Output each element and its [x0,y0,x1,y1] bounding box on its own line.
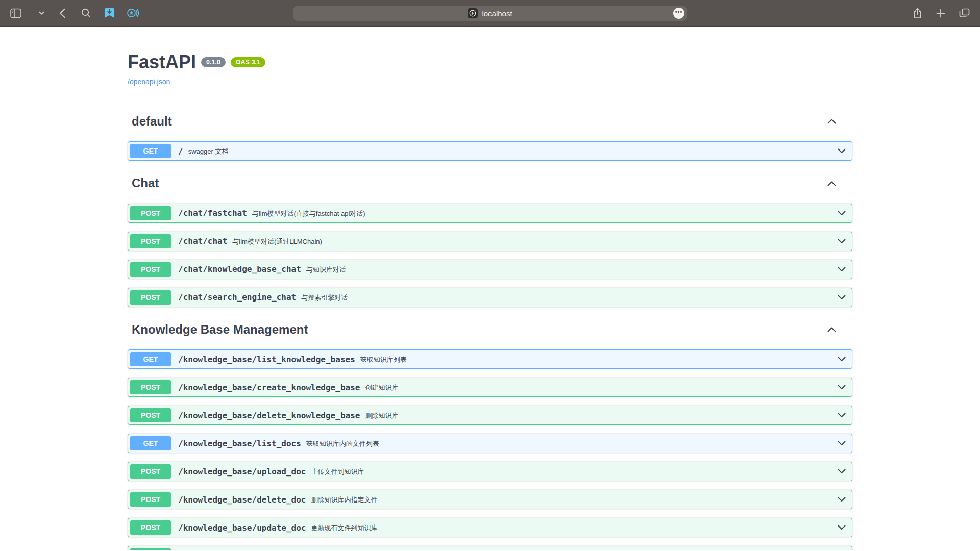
expand-endpoint-icon[interactable] [838,357,846,362]
endpoint-summary: swagger 文档 [188,146,229,156]
endpoint-row[interactable]: POST /knowledge_base/update_doc 更新现有文件到知… [128,518,852,537]
endpoint-summary: 创建知识库 [365,382,398,392]
endpoint-summary: 删除知识库内指定文件 [311,494,377,505]
sidebar-chevron-down-icon[interactable] [37,7,45,20]
extension-bookmark-icon[interactable] [103,7,116,20]
endpoint-path: / [171,146,188,156]
expand-endpoint-icon[interactable] [838,469,846,474]
endpoint-summary: 更新现有文件到知识库 [311,522,377,533]
api-section: Chat POST /chat/fastchat 与llm模型对话(直接与fas… [128,169,852,307]
expand-endpoint-icon[interactable] [838,295,846,300]
endpoint-row[interactable]: POST /knowledge_base/create_knowledge_ba… [128,378,852,397]
endpoint-summary: 与搜索引擎对话 [301,292,348,303]
endpoint-path: /knowledge_base/delete_doc [171,495,311,505]
oas-badge: OAS 3.1 [231,57,265,68]
endpoint-path: /knowledge_base/list_knowledge_bases [171,355,360,364]
endpoint-summary: 与llm模型对话(直接与fastchat api对话) [252,208,365,218]
http-method-badge: POST [130,290,171,305]
http-method-badge: POST [130,234,171,248]
section-title: default [132,115,172,128]
expand-endpoint-icon[interactable] [838,497,846,502]
search-icon[interactable] [79,7,92,20]
http-method-badge: POST [130,206,171,220]
endpoint-summary: 获取知识库列表 [360,354,407,364]
endpoint-path: /knowledge_base/create_knowledge_base [171,383,365,392]
http-method-badge: GET [130,436,171,450]
collapse-section-icon[interactable] [827,327,836,332]
share-icon[interactable] [911,7,924,20]
endpoint-summary: 与知识库对话 [306,264,346,274]
expand-endpoint-icon[interactable] [838,239,846,244]
toolbar-divider [30,9,30,18]
endpoint-path: /knowledge_base/list_docs [171,439,306,448]
api-section: Knowledge Base Management GET /knowledge… [128,316,852,550]
http-method-badge: POST [130,262,171,277]
extension-target-icon[interactable] [126,7,139,20]
http-method-badge: POST [130,464,171,479]
endpoint-summary: 获取知识库内的文件列表 [306,438,379,448]
endpoint-row[interactable]: POST /chat/knowledge_base_chat 与知识库对话 [128,260,852,279]
endpoint-row[interactable]: POST /knowledge_base/upload_doc 上传文件到知识库 [128,462,852,481]
expand-endpoint-icon[interactable] [838,441,846,446]
address-bar[interactable]: localhost ••• [293,6,687,21]
version-badge: 0.1.0 [201,57,226,68]
expand-endpoint-icon[interactable] [838,413,846,418]
endpoint-path: /chat/chat [171,236,232,246]
endpoint-row[interactable]: POST /chat/chat 与llm模型对话(通过LLMChain) [128,232,852,251]
endpoint-path: /knowledge_base/update_doc [171,523,311,533]
expand-endpoint-icon[interactable] [838,148,846,154]
endpoint-row[interactable]: GET /knowledge_base/list_docs 获取知识库内的文件列… [128,434,852,453]
http-method-badge: POST [130,408,171,422]
http-method-badge: POST [130,492,171,507]
api-sections: default GET / swagger 文档 Chat [128,108,852,550]
page-title: FastAPI [128,53,196,71]
endpoint-summary: 上传文件到知识库 [311,466,364,477]
http-method-badge: GET [130,352,171,366]
section-title: Knowledge Base Management [132,323,308,336]
endpoint-path: /knowledge_base/upload_doc [171,467,311,477]
sidebar-icon[interactable] [9,7,22,20]
endpoint-path: /chat/knowledge_base_chat [171,264,306,274]
url-text: localhost [482,9,512,18]
site-favicon-lightning-icon [468,8,478,18]
endpoint-row[interactable]: POST /chat/fastchat 与llm模型对话(直接与fastchat… [128,204,852,223]
expand-endpoint-icon[interactable] [838,525,846,530]
http-method-badge: POST [130,548,171,550]
toolbar-right-group [911,7,971,20]
browser-toolbar: localhost ••• [0,0,980,27]
section-header[interactable]: Chat [128,169,852,198]
endpoint-path: /chat/search_engine_chat [171,292,301,302]
endpoint-row[interactable]: POST /chat/search_engine_chat 与搜索引擎对话 [128,288,852,307]
new-tab-icon[interactable] [934,7,947,20]
http-method-badge: GET [130,144,171,158]
api-section: default GET / swagger 文档 [128,108,852,161]
endpoint-path: /knowledge_base/delete_knowledge_base [171,411,365,420]
expand-endpoint-icon[interactable] [838,267,846,272]
swagger-page: FastAPI 0.1.0 OAS 3.1 /openapi.json defa… [0,27,980,550]
endpoint-row[interactable]: POST /knowledge_base/delete_knowledge_ba… [128,406,852,425]
openapi-spec-link[interactable]: /openapi.json [128,78,170,86]
expand-endpoint-icon[interactable] [838,385,846,390]
section-header[interactable]: Knowledge Base Management [128,316,852,344]
endpoint-summary: 删除知识库 [365,410,398,420]
toolbar-left-group [9,7,139,20]
endpoint-summary: 与llm模型对话(通过LLMChain) [232,236,322,246]
tab-overview-icon[interactable] [958,7,971,20]
collapse-section-icon[interactable] [827,119,836,124]
endpoint-row[interactable]: GET /knowledge_base/list_knowledge_bases… [128,349,852,369]
back-icon[interactable] [56,7,69,20]
endpoint-row[interactable]: GET / swagger 文档 [128,141,852,161]
collapse-section-icon[interactable] [827,181,836,186]
endpoint-row[interactable]: POST /knowledge_base/delete_doc 删除知识库内指定… [128,490,852,509]
http-method-badge: POST [130,380,171,394]
section-header[interactable]: default [128,108,852,136]
http-method-badge: POST [130,520,171,535]
page-settings-button[interactable]: ••• [673,8,684,19]
endpoint-row[interactable]: POST /knowledge_base/recreate_vector_sto… [128,546,852,550]
api-info: FastAPI 0.1.0 OAS 3.1 /openapi.json [128,27,852,108]
endpoint-path: /chat/fastchat [171,208,252,218]
section-title: Chat [132,177,159,190]
expand-endpoint-icon[interactable] [838,211,846,216]
